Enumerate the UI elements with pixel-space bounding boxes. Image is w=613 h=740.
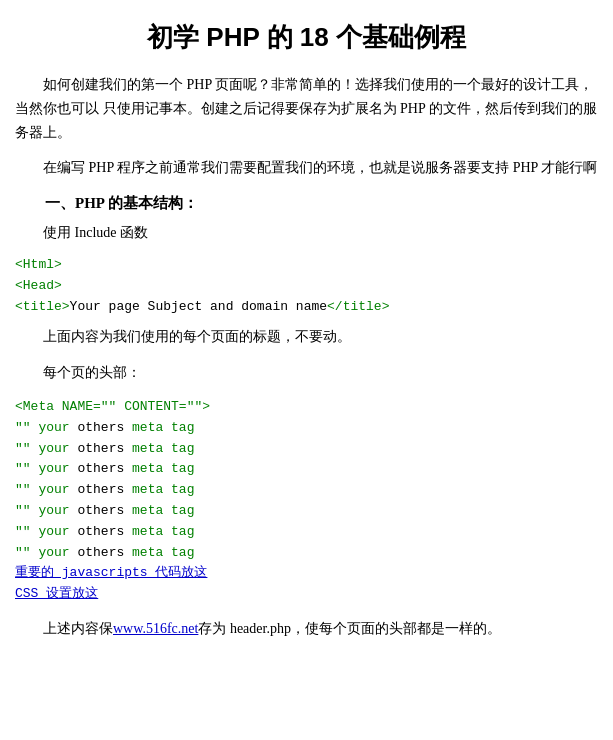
meta-tag-1: meta tag: [124, 420, 194, 435]
code-title-close: </title>: [327, 299, 389, 314]
page-title: 初学 PHP 的 18 个基础例程: [15, 20, 598, 55]
paragraph-2: 在编写 PHP 程序之前通常我们需要配置我们的环境，也就是说服务器要支持 PHP…: [15, 156, 598, 180]
meta-tag-5: meta tag: [124, 503, 194, 518]
meta-line-2: "" your others meta tag: [15, 439, 598, 460]
code-block-meta: <Meta NAME="" CONTENT=""> "" your others…: [15, 397, 598, 605]
code-title-line: <title>Your page Subject and domain name…: [15, 297, 598, 318]
meta-tag-2: meta tag: [124, 441, 194, 456]
code-block-html: <Html> <Head> <title>Your page Subject a…: [15, 255, 598, 317]
paragraph-3: 上面内容为我们使用的每个页面的标题，不要动。: [15, 325, 598, 349]
meta-others-2: others: [77, 441, 124, 456]
paragraph-4: 每个页的头部：: [15, 361, 598, 385]
paragraph-1: 如何创建我们的第一个 PHP 页面呢？非常简单的！选择我们使用的一个最好的设计工…: [15, 73, 598, 144]
code-meta-line: <Meta NAME="" CONTENT="">: [15, 397, 598, 418]
paragraph-5: 上述内容保www.516fc.net存为 header.php，使每个页面的头部…: [15, 617, 598, 641]
include-text: 使用 Include 函数: [43, 221, 598, 245]
meta-quote-3: "" your: [15, 461, 77, 476]
meta-line-6: "" your others meta tag: [15, 522, 598, 543]
meta-quote-6: "" your: [15, 524, 77, 539]
para5-part2: 存为 header.php，使每个页面的头部都是一样的。: [198, 621, 501, 636]
code-title-content: Your page Subject and domain name: [70, 299, 327, 314]
meta-quote-5: "" your: [15, 503, 77, 518]
meta-others-7: others: [77, 545, 124, 560]
meta-line-3: "" your others meta tag: [15, 459, 598, 480]
meta-line-7: "" your others meta tag: [15, 543, 598, 564]
meta-quote-1: "" your: [15, 420, 77, 435]
meta-tag-4: meta tag: [124, 482, 194, 497]
para5-link[interactable]: www.516fc.net: [113, 621, 198, 636]
meta-line-4: "" your others meta tag: [15, 480, 598, 501]
meta-quote-7: "" your: [15, 545, 77, 560]
meta-tag-3: meta tag: [124, 461, 194, 476]
meta-others-6: others: [77, 524, 124, 539]
meta-tag-7: meta tag: [124, 545, 194, 560]
code-html-line: <Html>: [15, 255, 598, 276]
section-heading-1: 一、PHP 的基本结构：: [45, 194, 598, 213]
meta-quote-4: "" your: [15, 482, 77, 497]
meta-others-3: others: [77, 461, 124, 476]
meta-others-5: others: [77, 503, 124, 518]
code-title-open: <title>: [15, 299, 70, 314]
meta-line-5: "" your others meta tag: [15, 501, 598, 522]
meta-quote-2: "" your: [15, 441, 77, 456]
para5-part1: 上述内容保: [43, 621, 113, 636]
link-javascript[interactable]: 重要的 javascripts 代码放这: [15, 563, 598, 584]
code-head-line: <Head>: [15, 276, 598, 297]
link-css[interactable]: CSS 设置放这: [15, 584, 598, 605]
meta-tag-6: meta tag: [124, 524, 194, 539]
meta-line-1: "" your others meta tag: [15, 418, 598, 439]
meta-others-1: others: [77, 420, 124, 435]
meta-others-4: others: [77, 482, 124, 497]
